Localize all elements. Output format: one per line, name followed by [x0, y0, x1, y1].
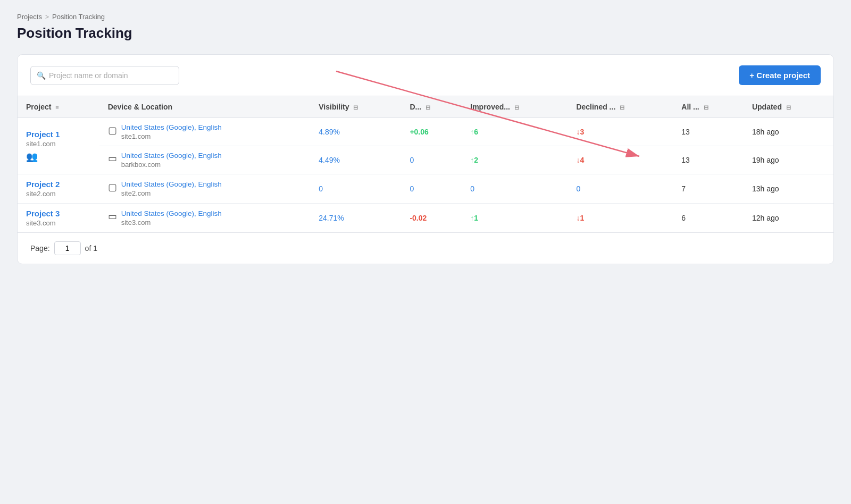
- device-location-link[interactable]: United States (Google), English: [121, 180, 222, 188]
- sort-visibility-icon[interactable]: ⊟: [353, 104, 358, 111]
- improved-value: ↑6: [470, 128, 478, 136]
- declined-value: ↓1: [576, 214, 584, 222]
- device-cell: ▢ United States (Google), English site1.…: [99, 118, 311, 146]
- table-row: Project 3 site3.com ▭ United States (Goo…: [18, 204, 833, 233]
- all-cell: 13: [673, 118, 744, 146]
- improved-cell: 0: [462, 174, 568, 204]
- d-value: -0.02: [410, 214, 427, 222]
- sort-project-icon[interactable]: ≡: [55, 104, 59, 111]
- all-value: 6: [681, 214, 686, 222]
- projects-table: Project ≡ Device & Location Visibility ⊟…: [18, 96, 833, 232]
- col-visibility: Visibility ⊟: [310, 96, 401, 118]
- project-domain: site2.com: [26, 190, 91, 198]
- device-location-link[interactable]: United States (Google), English: [121, 152, 222, 159]
- d-value: +0.06: [410, 128, 428, 136]
- device-cell: ▢ United States (Google), English site2.…: [99, 174, 311, 204]
- project-name[interactable]: Project 3: [26, 209, 91, 218]
- sort-d-icon[interactable]: ⊟: [426, 104, 430, 111]
- breadcrumb-separator: >: [45, 13, 49, 21]
- device-domain: site1.com: [121, 132, 222, 140]
- device-cell: ▭ United States (Google), English site3.…: [99, 204, 311, 233]
- breadcrumb: Projects > Position Tracking: [17, 13, 834, 21]
- col-project: Project ≡: [18, 96, 99, 118]
- visibility-value: 4.89%: [319, 128, 340, 136]
- create-project-button[interactable]: + Create project: [739, 65, 821, 85]
- d-value: 0: [410, 184, 414, 193]
- table-header-row: Project ≡ Device & Location Visibility ⊟…: [18, 96, 833, 118]
- pagination: Page: of 1: [18, 232, 833, 264]
- all-value: 7: [681, 184, 686, 193]
- toolbar: 🔍 + Create project: [18, 55, 833, 96]
- project-cell: Project 1 site1.com 👥: [18, 118, 99, 174]
- device-location-link[interactable]: United States (Google), English: [121, 123, 222, 131]
- improved-value: 0: [470, 184, 474, 193]
- project-name[interactable]: Project 1: [26, 130, 91, 139]
- desktop-device-icon: ▭: [108, 211, 117, 222]
- project-cell: Project 2 site2.com: [18, 174, 99, 204]
- table-row: ▭ United States (Google), English barkbo…: [18, 146, 833, 174]
- sort-all-icon[interactable]: ⊟: [704, 104, 708, 111]
- mobile-device-icon: ▢: [108, 181, 117, 193]
- device-domain: site3.com: [121, 219, 222, 226]
- page-input[interactable]: [54, 241, 81, 255]
- updated-value: 18h ago: [752, 128, 779, 136]
- declined-cell: ↓1: [568, 204, 673, 233]
- team-icon: 👥: [26, 151, 91, 163]
- project-cell: Project 3 site3.com: [18, 204, 99, 233]
- updated-cell: 19h ago: [744, 146, 833, 174]
- sort-updated-icon[interactable]: ⊟: [786, 104, 791, 111]
- breadcrumb-current: Position Tracking: [52, 13, 105, 21]
- d-cell: -0.02: [401, 204, 462, 233]
- col-declined: Declined ... ⊟: [568, 96, 673, 118]
- visibility-value: 4.49%: [319, 156, 340, 164]
- col-updated: Updated ⊟: [744, 96, 833, 118]
- col-d: D... ⊟: [401, 96, 462, 118]
- search-wrapper: 🔍: [30, 66, 179, 85]
- declined-cell: 0: [568, 174, 673, 204]
- declined-cell: ↓3: [568, 118, 673, 146]
- declined-value: ↓3: [576, 128, 584, 136]
- col-device: Device & Location: [99, 96, 311, 118]
- visibility-cell: 0: [310, 174, 401, 204]
- improved-cell: ↑6: [462, 118, 568, 146]
- improved-cell: ↑2: [462, 146, 568, 174]
- project-name[interactable]: Project 2: [26, 180, 91, 189]
- page-label: Page:: [30, 244, 50, 253]
- col-all: All ... ⊟: [673, 96, 744, 118]
- device-cell: ▭ United States (Google), English barkbo…: [99, 146, 311, 174]
- d-value: 0: [410, 156, 414, 164]
- search-icon: 🔍: [37, 71, 46, 80]
- device-domain: site2.com: [121, 189, 222, 197]
- visibility-value: 0: [319, 184, 323, 193]
- table-row: Project 2 site2.com ▢ United States (Goo…: [18, 174, 833, 204]
- updated-value: 19h ago: [752, 156, 779, 164]
- all-cell: 7: [673, 174, 744, 204]
- improved-value: ↑1: [470, 214, 478, 222]
- improved-cell: ↑1: [462, 204, 568, 233]
- d-cell: 0: [401, 146, 462, 174]
- table-row: Project 1 site1.com 👥 ▢ United States (G…: [18, 118, 833, 146]
- sort-improved-icon[interactable]: ⊟: [514, 104, 519, 111]
- d-cell: 0: [401, 174, 462, 204]
- main-card: 🔍 + Create project Project ≡ Device & Lo…: [17, 54, 834, 264]
- d-cell: +0.06: [401, 118, 462, 146]
- updated-cell: 12h ago: [744, 204, 833, 233]
- breadcrumb-root[interactable]: Projects: [17, 13, 42, 21]
- visibility-cell: 24.71%: [310, 204, 401, 233]
- of-label: of 1: [85, 244, 97, 253]
- all-value: 13: [681, 128, 690, 136]
- all-value: 13: [681, 156, 690, 164]
- updated-cell: 13h ago: [744, 174, 833, 204]
- desktop-device-icon: ▭: [108, 153, 117, 164]
- updated-cell: 18h ago: [744, 118, 833, 146]
- visibility-cell: 4.89%: [310, 118, 401, 146]
- updated-value: 13h ago: [752, 184, 779, 193]
- col-improved: Improved... ⊟: [462, 96, 568, 118]
- sort-declined-icon[interactable]: ⊟: [620, 104, 624, 111]
- search-input[interactable]: [30, 66, 179, 85]
- page-title: Position Tracking: [17, 25, 834, 41]
- mobile-device-icon: ▢: [108, 124, 117, 136]
- all-cell: 13: [673, 146, 744, 174]
- project-domain: site3.com: [26, 219, 91, 227]
- device-location-link[interactable]: United States (Google), English: [121, 209, 222, 217]
